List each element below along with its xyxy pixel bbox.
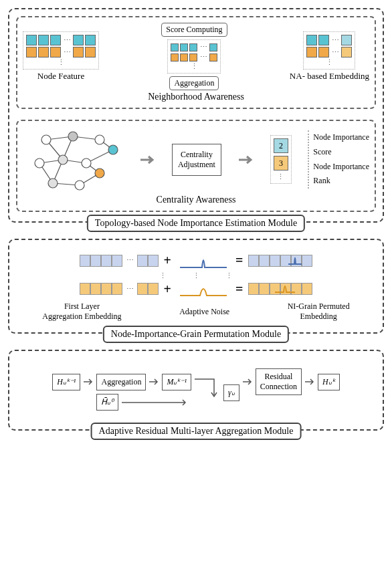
- first-layer-label: First Layer Aggregation Embedding: [42, 302, 121, 322]
- topology-module: ⋯ ⋯ ⋮ Node Feature Score Computing ⋯ ⋯ ⋮…: [8, 8, 384, 223]
- node-feature: ⋯ ⋯ ⋮ Node Feature: [23, 31, 99, 82]
- score-value: 2: [274, 138, 288, 153]
- module1-label: Topology-based Node Importance Estimatio…: [87, 215, 305, 232]
- arrow-icon: [149, 378, 159, 386]
- svg-point-22: [75, 181, 84, 190]
- svg-point-17: [35, 158, 44, 168]
- H0-box: H̄ᵤ⁰: [96, 394, 118, 411]
- M-prev-box: Mᵤᵏ⁻¹: [162, 374, 191, 390]
- svg-point-15: [95, 135, 104, 144]
- score-computing-pill: Score Computing: [161, 23, 227, 37]
- arrow-icon: [83, 378, 94, 386]
- arrow-icon: [237, 154, 254, 166]
- rank-value: 3: [274, 156, 288, 171]
- svg-point-20: [95, 168, 104, 178]
- arrow-icon: [304, 378, 315, 386]
- na-embedding: ⋯ ⋯ ⋮ NA- based Embedding: [290, 31, 369, 82]
- permutation-row-1: ⋯ + =: [16, 251, 376, 271]
- neighborhood-label: Neighborhood Awareness: [23, 92, 369, 102]
- permutation-module: ⋯ + = ⋮ ⋮ ⋮ ⋯ + = First Layer Aggregatio…: [8, 239, 384, 334]
- intermediate-features: ⋯ ⋯ ⋮: [167, 39, 221, 74]
- importance-scores: 2 3 ⋮: [270, 135, 292, 184]
- svg-point-21: [48, 179, 58, 188]
- arrow-icon: [242, 378, 253, 386]
- H-prev-box: Hᵤᵏ⁻¹: [52, 374, 80, 390]
- svg-point-14: [68, 132, 78, 141]
- permuted-label: NI-Grain Permuted Embedding: [288, 302, 350, 322]
- svg-point-16: [108, 145, 118, 154]
- svg-point-19: [82, 158, 91, 168]
- svg-point-13: [41, 135, 51, 144]
- graph-illustration: [23, 126, 123, 193]
- svg-point-18: [58, 155, 68, 164]
- H-k-box: Hᵤᵏ: [318, 374, 340, 390]
- residual-module: Hᵤᵏ⁻¹ Aggregation Mᵤᵏ⁻¹ γᵤ Residual Conn…: [8, 350, 384, 431]
- arrow-icon: [121, 399, 188, 407]
- residual-box: Residual Connection: [256, 368, 302, 395]
- centrality-awareness: Centrality Adjustment 2 3 ⋮ Node Importa…: [16, 120, 376, 212]
- na-embedding-label: NA- based Embedding: [290, 71, 369, 82]
- module3-label: Adaptive Residual Multi-layer Aggregatio…: [91, 423, 302, 440]
- centrality-adjustment-box: Centrality Adjustment: [172, 144, 221, 176]
- arrow-icon: [139, 154, 155, 166]
- adaptive-noise-label: Adaptive Noise: [179, 307, 229, 317]
- noise-curve-blue: [177, 251, 230, 271]
- gamma-box: γᵤ: [223, 384, 239, 401]
- node-feature-label: Node Feature: [37, 71, 84, 82]
- aggregation-pill: Aggregation: [169, 76, 219, 90]
- merge-arrows: [194, 375, 221, 402]
- permutation-row-2: ⋯ + =: [16, 279, 376, 299]
- importance-labels: Node Importance Score Node Importance Ra…: [308, 130, 369, 188]
- neighborhood-awareness: ⋯ ⋯ ⋮ Node Feature Score Computing ⋯ ⋯ ⋮…: [16, 16, 376, 109]
- aggregation-box: Aggregation: [96, 374, 146, 390]
- module2-label: Node-Importance-Grain Permutation Module: [103, 326, 289, 343]
- noise-curve-orange: [177, 279, 230, 299]
- centrality-label: Centrality Awareness: [23, 195, 369, 205]
